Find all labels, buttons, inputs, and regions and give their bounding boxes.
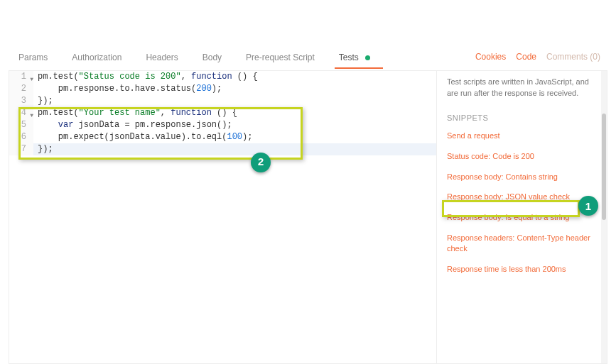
tab-body[interactable]: Body	[200, 45, 225, 68]
tabs-left: Params Authorization Headers Body Pre-re…	[16, 45, 373, 68]
tab-headers[interactable]: Headers	[143, 45, 180, 68]
code-text: pm.response.to.have.status(200);	[33, 83, 222, 95]
code-text: pm.expect(jsonData.value).to.eql(100);	[33, 131, 252, 143]
gutter: 6	[9, 131, 33, 143]
code-lines: 1 ▼ pm.test("Status code is 200", functi…	[9, 71, 436, 155]
line-number: 1	[21, 72, 26, 82]
code-link[interactable]: Code	[516, 52, 536, 62]
line-number: 7	[21, 144, 26, 154]
code-editor[interactable]: 1 ▼ pm.test("Status code is 200", functi…	[9, 71, 436, 363]
snippets-desc: Test scripts are written in JavaScript, …	[447, 77, 600, 99]
code-text: });	[33, 95, 53, 107]
code-line[interactable]: 3 });	[9, 95, 436, 107]
gutter: 2	[9, 83, 33, 95]
snippet-status-200[interactable]: Status code: Code is 200	[447, 151, 600, 162]
code-line[interactable]: 4 ▼ pm.test("Your test name", function (…	[9, 107, 436, 119]
tabs-right: Cookies Code Comments (0)	[475, 52, 600, 62]
code-line[interactable]: 1 ▼ pm.test("Status code is 200", functi…	[9, 71, 436, 83]
code-text: pm.test("Status code is 200", function (…	[33, 71, 258, 83]
snippet-body-equal[interactable]: Response body: Is equal to a string	[447, 212, 600, 223]
gutter: 4 ▼	[9, 107, 33, 119]
snippet-header-check[interactable]: Response headers: Content-Type header ch…	[447, 233, 600, 254]
tab-tests[interactable]: Tests	[336, 45, 373, 68]
callout-badge-2: 2	[251, 153, 271, 172]
snippets-pane: Test scripts are written in JavaScript, …	[436, 71, 607, 363]
snippet-response-time[interactable]: Response time is less than 200ms	[447, 264, 600, 275]
line-number: 5	[21, 120, 26, 130]
line-number: 6	[21, 132, 26, 142]
tab-pre-request[interactable]: Pre-request Script	[243, 45, 318, 68]
gutter: 7	[9, 143, 33, 155]
line-number: 4	[21, 108, 26, 118]
app-root: Params Authorization Headers Body Pre-re…	[0, 0, 616, 364]
comments-link[interactable]: Comments (0)	[546, 52, 600, 62]
code-text: var jsonData = pm.response.json();	[33, 119, 232, 131]
code-line[interactable]: 5 var jsonData = pm.response.json();	[9, 119, 436, 131]
main-area: 1 ▼ pm.test("Status code is 200", functi…	[9, 71, 607, 364]
tab-tests-label: Tests	[339, 53, 359, 62]
gutter: 3	[9, 95, 33, 107]
snippet-json-value-check[interactable]: Response body: JSON value check	[447, 192, 600, 202]
snippet-body-contains[interactable]: Response body: Contains string	[447, 172, 600, 182]
tabs-row: Params Authorization Headers Body Pre-re…	[9, 43, 607, 71]
code-line[interactable]: 2 pm.response.to.have.status(200);	[9, 83, 436, 95]
gutter: 1 ▼	[9, 71, 33, 83]
line-number: 2	[21, 84, 26, 94]
gutter: 5	[9, 119, 33, 131]
cookies-link[interactable]: Cookies	[475, 52, 506, 62]
code-text: });	[33, 143, 53, 155]
scrollbar-thumb[interactable]	[602, 114, 606, 220]
scrollbar[interactable]	[601, 71, 607, 363]
code-line[interactable]: 6 pm.expect(jsonData.value).to.eql(100);	[9, 131, 436, 143]
code-text: pm.test("Your test name", function () {	[33, 107, 237, 119]
line-number: 3	[21, 96, 26, 106]
snippets-list: Send a request Status code: Code is 200 …	[447, 131, 600, 275]
tab-authorization[interactable]: Authorization	[69, 45, 124, 68]
tab-params[interactable]: Params	[16, 45, 50, 68]
snippets-title: SNIPPETS	[447, 114, 600, 122]
code-line[interactable]: 7 });	[9, 143, 436, 155]
tests-active-dot-icon	[365, 55, 370, 60]
snippet-send-request[interactable]: Send a request	[447, 131, 600, 141]
